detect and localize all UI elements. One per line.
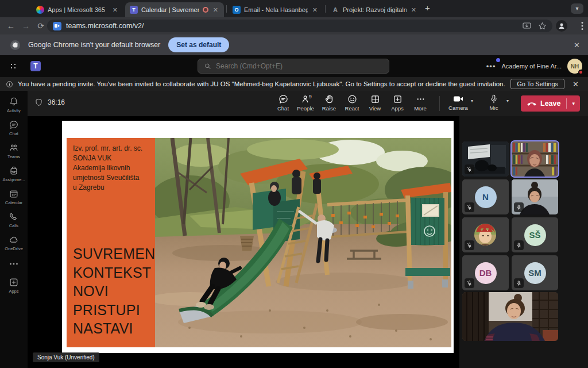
address-bar[interactable]: teams.microsoft.com/v2/ xyxy=(47,20,552,32)
teams-favicon: T xyxy=(130,6,138,14)
people-count-badge: 9 xyxy=(309,94,312,99)
tab-apps-m365[interactable]: Apps | Microsoft 365 ✕ xyxy=(32,2,123,17)
people-group-icon xyxy=(9,143,19,153)
ellipsis-icon xyxy=(415,94,426,105)
site-icon xyxy=(53,22,61,30)
tab-close-icon[interactable]: ✕ xyxy=(311,6,319,14)
view-button[interactable]: View xyxy=(363,94,386,112)
mic-chevron-icon[interactable]: ▾ xyxy=(506,98,509,103)
tab-close-icon[interactable]: ✕ xyxy=(410,6,417,14)
self-video xyxy=(462,292,558,341)
chat-button[interactable]: Chat xyxy=(272,94,295,112)
org-name[interactable]: Academy of Fine Ar... xyxy=(501,63,562,70)
sidebar-item-calendar[interactable]: Calendar xyxy=(0,185,28,208)
slide-title: SUVREMENI KONTEKST I NOVI PRISTUPI NASTA… xyxy=(73,244,159,338)
sidebar-item-apps[interactable]: Apps xyxy=(0,274,28,297)
presence-busy-dot xyxy=(578,70,583,75)
tab-search-chevron-icon[interactable]: ▾ xyxy=(571,3,583,14)
tab-title: Projekt: Razvoj digitalnih kom xyxy=(343,6,407,13)
react-button[interactable]: React xyxy=(341,94,363,112)
go-to-settings-button[interactable]: Go To Settings xyxy=(510,79,564,89)
camera-chevron-icon[interactable]: ▾ xyxy=(471,98,473,103)
install-icon[interactable] xyxy=(523,22,531,30)
sidebar-item-chat[interactable]: Chat xyxy=(0,116,28,139)
reload-icon[interactable]: ⟳ xyxy=(33,21,48,30)
initials-circle: SŠ xyxy=(524,224,546,246)
tab-title: Apps | Microsoft 365 xyxy=(48,6,108,13)
apps-button[interactable]: Apps xyxy=(386,94,409,112)
teams-header: T ••• Academy of Fine Ar... NH xyxy=(0,55,588,77)
leave-button[interactable]: Leave ▾ xyxy=(521,95,580,112)
participant-tile-sm[interactable]: SM xyxy=(512,255,558,290)
ellipsis-icon xyxy=(9,262,18,266)
search-icon xyxy=(204,62,211,70)
participant-tile-ss[interactable]: SŠ xyxy=(512,217,558,252)
sidebar-item-activity[interactable]: Activity xyxy=(0,93,28,116)
phone-icon xyxy=(9,212,19,222)
hang-up-icon xyxy=(527,101,537,106)
participant-tile-avatar[interactable] xyxy=(462,217,509,252)
waffle-icon[interactable] xyxy=(9,62,18,71)
tab-separator xyxy=(325,5,326,13)
more-button[interactable]: More xyxy=(409,94,432,112)
m365-icon xyxy=(36,6,44,14)
tab-close-icon[interactable]: ✕ xyxy=(111,6,119,14)
leave-chevron-icon[interactable]: ▾ xyxy=(567,101,580,106)
pending-invite-banner: You have a pending invite. You've been i… xyxy=(0,77,588,91)
tab-projekt[interactable]: A Projekt: Razvoj digitalnih kom ✕ xyxy=(327,2,422,17)
sidebar-item-more[interactable] xyxy=(0,254,28,274)
header-more-icon[interactable]: ••• xyxy=(486,62,496,71)
mic-muted-icon xyxy=(465,240,474,250)
mic-button[interactable]: Mic xyxy=(481,94,506,111)
recording-indicator-icon xyxy=(203,7,208,13)
participant-tile-n[interactable]: N xyxy=(462,179,509,214)
banner-close-icon[interactable]: ✕ xyxy=(569,80,582,89)
raise-hand-icon xyxy=(324,94,335,105)
sidebar-item-calls[interactable]: Calls xyxy=(0,208,28,231)
tab-calendar-active[interactable]: T Calendar | Suvremeni kont ✕ xyxy=(125,2,224,17)
participant-tile-speaker[interactable] xyxy=(512,141,558,177)
chrome-menu-icon[interactable] xyxy=(581,21,583,30)
sidebar-item-teams[interactable]: Teams xyxy=(0,139,28,162)
info-icon xyxy=(6,80,13,88)
slide-accent-panel: Izv. prof. mr. art. dr. sc. SONJA VUK Ak… xyxy=(67,138,155,347)
sidebar-item-onedrive[interactable]: OneDrive xyxy=(0,231,28,254)
url-text[interactable]: teams.microsoft.com/v2/ xyxy=(66,22,518,30)
mic-muted-icon xyxy=(465,278,474,288)
mic-muted-icon xyxy=(514,278,524,288)
infobar-message: Google Chrome isn't your default browser xyxy=(28,41,160,49)
camera-button[interactable]: Camera xyxy=(446,94,471,111)
participant-tile-woman[interactable] xyxy=(512,179,558,214)
tab-title: Calendar | Suvremeni kont xyxy=(141,6,199,13)
profile-avatar[interactable] xyxy=(556,20,567,32)
tab-email[interactable]: O Email - Nela Hasanbegović - O ✕ xyxy=(228,2,323,17)
chrome-logo-icon xyxy=(10,40,20,50)
slide-credit-line: umjetnosti Sveučilišta xyxy=(73,173,152,183)
mic-muted-icon xyxy=(465,202,474,212)
back-icon[interactable]: ← xyxy=(3,21,18,30)
meeting-timer: 36:16 xyxy=(34,98,65,107)
search-box[interactable] xyxy=(198,59,389,74)
timer-value: 36:16 xyxy=(48,98,65,106)
forward-icon[interactable]: → xyxy=(18,21,33,30)
new-tab-button[interactable]: + xyxy=(425,3,430,13)
participant-tile-db[interactable]: DB xyxy=(462,255,509,290)
raise-hand-button[interactable]: Raise xyxy=(318,94,341,112)
tab-close-icon[interactable]: ✕ xyxy=(212,6,219,14)
slide-credit-line: SONJA VUK xyxy=(73,154,152,163)
slide-credit-line: Akademija likovnih xyxy=(73,163,152,173)
tab-separator xyxy=(226,5,227,13)
initials-circle: DB xyxy=(475,262,497,284)
sidebar-item-assignments[interactable]: Assignme... xyxy=(0,162,28,185)
set-as-default-button[interactable]: Set as default xyxy=(168,37,229,52)
user-avatar[interactable]: NH xyxy=(567,59,582,74)
local-video-tile[interactable] xyxy=(462,292,558,341)
mic-icon xyxy=(489,94,499,104)
infobar-close-icon[interactable]: ✕ xyxy=(574,41,580,49)
cloud-icon xyxy=(9,235,19,245)
participant-tile-room[interactable] xyxy=(462,141,509,177)
search-input[interactable] xyxy=(216,62,383,70)
camera-icon xyxy=(452,94,464,104)
bookmark-star-icon[interactable] xyxy=(538,22,547,30)
people-button[interactable]: 9 People xyxy=(294,94,317,112)
